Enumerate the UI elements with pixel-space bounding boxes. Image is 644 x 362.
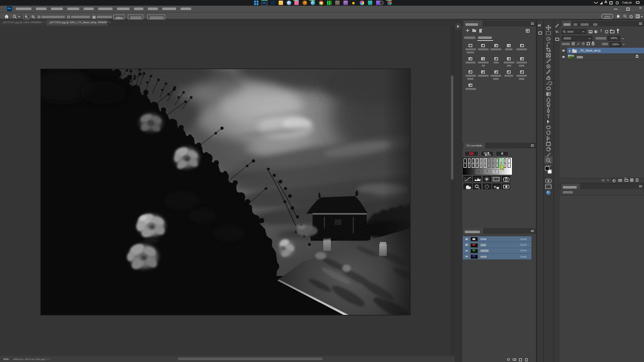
svg-text:T: T xyxy=(547,114,550,119)
